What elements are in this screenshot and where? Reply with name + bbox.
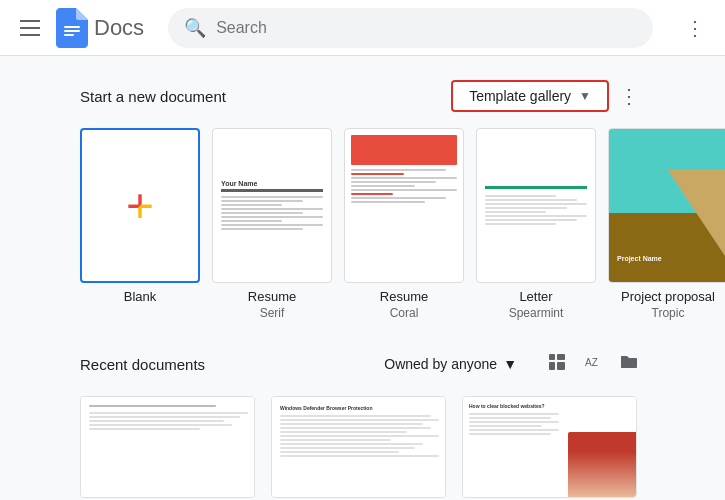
template-card-resume-coral[interactable]: Resume Coral [344,128,464,320]
recent-doc-thumb-2: Windows Defender Browser Protection [272,397,446,497]
svg-rect-5 [557,354,565,360]
template-card-resume-serif[interactable]: Your Name Resume Serif [212,128,332,320]
folder-icon [620,353,638,375]
template-card-blank[interactable]: + Blank [80,128,200,304]
svg-rect-2 [64,34,74,36]
template-label-resume-serif: Resume [248,289,296,304]
search-input[interactable] [216,19,637,37]
template-sublabel-project-proposal: Tropic [652,306,685,320]
template-thumb-resume-serif: Your Name [212,128,332,283]
recent-docs-row: Windows Defender Browser Protection [80,396,645,498]
az-sort-button[interactable]: AZ [577,348,609,380]
proposal-preview: Project Name [609,129,725,282]
grid-view-button[interactable] [541,348,573,380]
template-thumb-resume-coral [344,128,464,283]
template-label-blank: Blank [124,289,157,304]
owned-by-chevron-icon: ▼ [503,356,517,372]
svg-rect-6 [557,362,565,370]
plus-icon: + [126,178,154,233]
recent-doc-thumb-1 [81,397,255,497]
svg-rect-1 [64,30,80,32]
template-label-project-proposal: Project proposal [621,289,715,304]
chevron-down-icon: ▼ [579,89,591,103]
recent-docs-header: Recent documents Owned by anyone ▼ AZ [80,348,645,380]
main-content: Start a new document Template gallery ▼ … [0,56,725,500]
header-more-options[interactable]: ⋮ [677,12,713,44]
template-label-resume-coral: Resume [380,289,428,304]
app-logo[interactable]: Docs [56,8,144,48]
app-header: Docs 🔍 ⋮ [0,0,725,56]
template-sublabel-resume-coral: Coral [390,306,419,320]
new-doc-more-options-button[interactable]: ⋮ [613,80,645,112]
app-name-label: Docs [94,15,144,41]
recent-doc-card-1[interactable] [80,396,255,498]
letter-preview [477,178,595,233]
grid-icon [548,353,566,375]
resume-serif-preview: Your Name [213,172,331,240]
proposal-preview-label: Project Name [617,255,662,262]
new-doc-section-header: Start a new document Template gallery ▼ … [80,80,645,112]
owned-by-button[interactable]: Owned by anyone ▼ [376,350,525,378]
view-options: AZ [541,348,645,380]
search-icon: 🔍 [184,17,206,39]
header-right: ⋮ [677,12,713,44]
template-thumb-project-proposal: Project Name [608,128,725,283]
templates-row: + Blank Your Name [80,128,645,320]
recent-doc-thumb-3: How to clear blocked websites? [463,397,637,497]
az-sort-icon: AZ [584,353,602,375]
template-card-letter-spearmint[interactable]: Letter Spearmint [476,128,596,320]
docs-file-icon [56,8,88,48]
template-gallery-label: Template gallery [469,88,571,104]
template-thumb-blank: + [80,128,200,283]
hamburger-icon [20,20,40,36]
recent-documents-section: Recent documents Owned by anyone ▼ AZ [80,348,645,498]
start-new-doc-title: Start a new document [80,88,226,105]
menu-button[interactable] [12,10,48,46]
svg-rect-3 [549,354,555,360]
template-thumb-letter-spearmint [476,128,596,283]
svg-text:AZ: AZ [585,357,598,368]
recent-doc-card-3[interactable]: How to clear blocked websites? [462,396,637,498]
folder-view-button[interactable] [613,348,645,380]
owned-by-label: Owned by anyone [384,356,497,372]
svg-rect-0 [64,26,80,28]
new-document-section: Start a new document Template gallery ▼ … [80,80,645,320]
template-gallery-btn-wrap: Template gallery ▼ ⋮ [451,80,645,112]
template-card-project-proposal[interactable]: Project Name Project proposal Tropic [608,128,725,320]
template-label-letter: Letter [519,289,552,304]
doc-image-thumbnail [568,432,637,497]
template-gallery-button[interactable]: Template gallery ▼ [451,80,609,112]
template-sublabel-resume-serif: Serif [260,306,285,320]
search-bar[interactable]: 🔍 [168,8,653,48]
more-options-icon: ⋮ [619,84,639,108]
svg-rect-4 [549,362,555,370]
recent-docs-title: Recent documents [80,356,205,373]
template-sublabel-letter: Spearmint [509,306,564,320]
recent-doc-card-2[interactable]: Windows Defender Browser Protection [271,396,446,498]
resume-coral-preview [345,129,463,282]
